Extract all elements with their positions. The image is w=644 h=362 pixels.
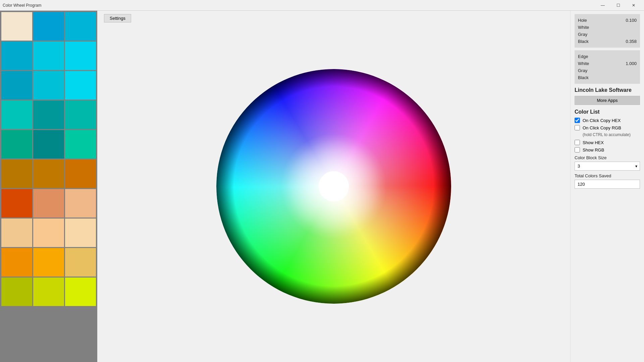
total-colors-saved-input[interactable] [575,180,640,189]
hold-ctrl-hint: (hold CTRL to accumulate) [583,132,640,137]
color-swatch[interactable] [33,130,64,159]
color-swatch[interactable] [1,71,32,100]
edge-gray-label: Gray [578,68,587,73]
edge-black-row: Black [578,74,637,81]
maximize-button[interactable]: ☐ [610,0,626,11]
color-swatch[interactable] [33,278,64,306]
color-swatch[interactable] [33,189,64,218]
hole-gray-row: Gray [578,31,637,38]
edge-label: Edge [578,54,588,59]
hole-label: Hole [578,18,587,23]
copy-rgb-label[interactable]: On Click Copy RGB [583,125,621,130]
hole-white-label: White [578,25,589,30]
edge-white-label: White [578,61,589,66]
color-swatch[interactable] [1,42,32,70]
app-title: Color Wheel Program [3,3,41,8]
color-swatch[interactable] [33,160,64,188]
color-swatch[interactable] [1,160,32,188]
hole-section: Hole 0.100 White Gray Black 0.358 [575,14,640,48]
total-colors-saved-label: Total Colors Saved [575,173,640,178]
edge-black-label: Black [578,75,589,80]
copy-rgb-checkbox[interactable] [575,125,580,130]
color-swatch[interactable] [65,130,96,159]
title-bar-controls: — ☐ ✕ [595,0,641,11]
color-swatch[interactable] [33,101,64,129]
hole-black-value: 0.358 [626,39,637,44]
edge-row: Edge [578,53,637,60]
color-swatch[interactable] [1,189,32,218]
hole-black-label: Black [578,39,589,44]
edge-gray-row: Gray [578,67,637,74]
edge-white-value: 1.000 [626,61,637,66]
brand-name: Lincoln Lake Software [575,87,640,93]
color-swatch[interactable] [65,248,96,277]
show-hex-row: Show HEX [575,140,640,145]
color-swatch[interactable] [65,278,96,306]
title-bar-left: Color Wheel Program [3,3,41,8]
hole-gray-label: Gray [578,32,587,37]
show-hex-label[interactable]: Show HEX [583,140,604,145]
color-swatch[interactable] [65,12,96,41]
color-wheel[interactable] [216,69,451,304]
right-panel: Hole 0.100 White Gray Black 0.358 Edge W… [570,11,644,362]
color-swatch[interactable] [1,130,32,159]
wheel-area: Settings [97,11,570,362]
color-list-title: Color List [575,109,640,115]
color-swatch[interactable] [1,278,32,306]
hole-black-row: Black 0.358 [578,38,637,45]
edge-white-row: White 1.000 [578,60,637,67]
wheel-container [104,14,564,359]
color-swatch[interactable] [33,71,64,100]
color-swatch[interactable] [1,219,32,247]
color-swatch[interactable] [1,12,32,41]
color-swatch[interactable] [33,219,64,247]
color-swatch[interactable] [65,71,96,100]
color-swatch[interactable] [33,42,64,70]
title-bar: Color Wheel Program — ☐ ✕ [0,0,644,11]
color-block-size-select[interactable]: 1 2 3 4 5 [575,162,640,171]
hole-row: Hole 0.100 [578,17,637,24]
copy-hex-label[interactable]: On Click Copy HEX [583,118,621,123]
color-block-size-label: Color Block Size [575,155,640,160]
copy-hex-checkbox[interactable] [575,118,580,123]
color-swatch[interactable] [65,160,96,188]
color-swatch[interactable] [33,248,64,277]
color-swatch[interactable] [1,248,32,277]
color-panel [0,11,97,362]
minimize-button[interactable]: — [595,0,610,11]
wheel-svg [216,69,451,304]
settings-button[interactable]: Settings [104,14,131,22]
main-content: Settings [0,11,644,362]
color-swatch[interactable] [65,101,96,129]
wheel-center [319,171,349,201]
color-block-size-wrapper: 1 2 3 4 5 ▾ [575,162,640,171]
color-swatch[interactable] [1,101,32,129]
hole-white-row: White [578,24,637,31]
edge-section: Edge White 1.000 Gray Black [575,50,640,84]
on-click-copy-rgb-row: On Click Copy RGB [575,125,640,130]
show-hex-checkbox[interactable] [575,140,580,145]
hole-value: 0.100 [626,18,637,23]
show-rgb-row: Show RGB [575,147,640,153]
color-swatch[interactable] [65,219,96,247]
show-rgb-label[interactable]: Show RGB [583,147,604,153]
show-rgb-checkbox[interactable] [575,147,580,153]
color-swatch[interactable] [33,12,64,41]
more-apps-button[interactable]: More Apps [575,96,640,105]
close-button[interactable]: ✕ [626,0,641,11]
color-swatch[interactable] [65,42,96,70]
color-swatch[interactable] [65,189,96,218]
on-click-copy-hex-row: On Click Copy HEX [575,118,640,123]
